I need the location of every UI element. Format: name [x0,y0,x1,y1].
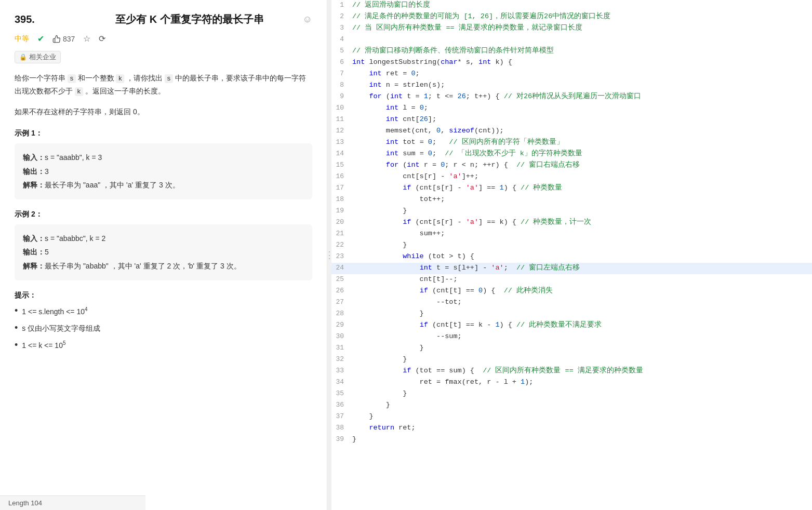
panel-divider[interactable] [327,0,331,510]
code-line-21: 21 sum++; [331,229,812,240]
hint-3-text: 1 <= k <= 105 [22,339,65,351]
code-line-12: 12 memset(cnt, 0, sizeof(cnt)); [331,126,812,137]
smiley-icon[interactable]: ☺ [303,14,312,25]
code-line-23: 23 while (tot > t) { [331,251,812,263]
example1-input: 输入：s = "aaabb", k = 3 [23,151,304,165]
hint-1: • 1 <= s.length <= 104 [15,305,312,317]
hint-3: • 1 <= k <= 105 [15,339,312,351]
like-button[interactable]: 837 [52,35,75,43]
example2-input: 输入：s = "ababbc", k = 2 [23,232,304,246]
code-line-22: 22 } [331,240,812,251]
lock-icon: 🔒 [19,53,27,61]
code-line-15: 15 for (int r = 0; r < n; ++r) { // 窗口右端… [331,160,812,171]
code-line-28: 28 } [331,308,812,320]
code-line-38: 38 return ret; [331,423,812,434]
bullet-1: • [15,306,18,315]
code-line-39: 39 } [331,434,812,446]
example2-title: 示例 2： [15,210,312,219]
code-line-24: 24 int t = s[l++] - 'a'; // 窗口左端点右移 [331,263,812,274]
meta-row: 中等 ✔ 837 ☆ ⟳ [15,34,312,44]
code-line-19: 19 } [331,206,812,217]
star-icon[interactable]: ☆ [83,34,90,44]
problem-title: 395. 至少有 K 个重复字符的最长子串 ☺ [15,12,312,26]
code-line-6: 6 int longestSubstring(char* s, int k) { [331,57,812,69]
hint-2: • s 仅由小写英文字母组成 [15,323,312,334]
code-line-25: 25 cnt[t]--; [331,274,812,286]
hint-1-text: 1 <= s.length <= 104 [22,305,87,317]
bullet-3: • [15,340,18,350]
code-line-8: 8 int n = strlen(s); [331,80,812,91]
code-line-11: 11 int cnt[26]; [331,114,812,126]
length-bar: Length 104 [0,495,145,510]
check-icon: ✔ [37,34,44,44]
code-line-30: 30 --sum; [331,331,812,343]
code-line-36: 36 } [331,400,812,411]
code-line-10: 10 int l = 0; [331,103,812,114]
code-line-16: 16 cnt[s[r] - 'a']++; [331,171,812,183]
left-panel: 395. 至少有 K 个重复字符的最长子串 ☺ 中等 ✔ 837 ☆ ⟳ 🔒 相… [0,0,327,510]
code-line-13: 13 int tot = 0; // 区间内所有的字符「种类数量」 [331,137,812,149]
code-line-17: 17 if (cnt[s[r] - 'a'] == 1) { // 种类数量 [331,183,812,194]
example2-output: 输出：5 [23,245,304,259]
code-line-33: 33 if (tot == sum) { // 区间内所有种类数量 == 满足要… [331,366,812,377]
hint-2-text: s 仅由小写英文字母组成 [22,323,100,334]
code-line-37: 37 } [331,411,812,423]
example1-title: 示例 1： [15,129,312,138]
code-line-5: 5 // 滑动窗口移动判断条件、传统滑动窗口的条件针对简单模型 [331,46,812,57]
code-line-9: 9 for (int t = 1; t <= 26; t++) { // 对26… [331,91,812,103]
code-line-3: 3 // 当 区间内所有种类数量 == 满足要求的种类数量，就记录窗口长度 [331,23,812,34]
code-line-29: 29 if (cnt[t] == k - 1) { // 此种类数量不满足要求 [331,320,812,331]
code-container: 1 // 返回滑动窗口的长度 2 // 满足条件的种类数量的可能为 [1, 26… [331,0,812,446]
example1-explain: 解释：最长子串为 "aaa" ，其中 'a' 重复了 3 次。 [23,178,304,192]
code-line-7: 7 int ret = 0; [331,69,812,80]
code-line-26: 26 if (cnt[t] == 0) { // 此种类消失 [331,286,812,297]
thumbs-up-icon [52,35,61,43]
hints-title: 提示： [15,291,312,300]
code-line-14: 14 int sum = 0; // 「出现次数不少于 k」的字符种类数量 [331,149,812,160]
hints-section: 提示： • 1 <= s.length <= 104 • s 仅由小写英文字母组… [15,291,312,351]
problem-description-1: 给你一个字符串 s 和一个整数 k ，请你找出 s 中的最长子串，要求该子串中的… [15,72,312,98]
refresh-icon[interactable]: ⟳ [99,34,105,44]
length-label: Length 104 [8,499,42,507]
example2-explain: 解释：最长子串为 "ababb" ，其中 'a' 重复了 2 次，'b' 重复了… [23,259,304,273]
bullet-2: • [15,323,18,332]
code-line-27: 27 --tot; [331,297,812,308]
code-line-2: 2 // 满足条件的种类数量的可能为 [1, 26]，所以需要遍历26中情况的窗… [331,11,812,23]
example1-output: 输出：3 [23,165,304,179]
code-line-35: 35 } [331,388,812,400]
example1-box: 输入：s = "aaabb", k = 3 输出：3 解释：最长子串为 "aaa… [15,143,312,199]
difficulty-badge: 中等 [15,34,29,44]
code-line-34: 34 ret = fmax(ret, r - l + 1); [331,377,812,388]
code-line-18: 18 tot++; [331,194,812,206]
code-line-1: 1 // 返回滑动窗口的长度 [331,0,812,11]
code-line-31: 31 } [331,343,812,354]
company-tag[interactable]: 🔒 相关企业 [15,51,61,63]
code-panel: 1 // 返回滑动窗口的长度 2 // 满足条件的种类数量的可能为 [1, 26… [331,0,812,510]
example2-box: 输入：s = "ababbc", k = 2 输出：5 解释：最长子串为 "ab… [15,224,312,280]
code-line-20: 20 if (cnt[s[r] - 'a'] == k) { // 种类数量，计… [331,217,812,229]
problem-description-2: 如果不存在这样的子字符串，则返回 0。 [15,105,312,118]
code-line-32: 32 } [331,354,812,366]
code-line-4: 4 [331,34,812,46]
